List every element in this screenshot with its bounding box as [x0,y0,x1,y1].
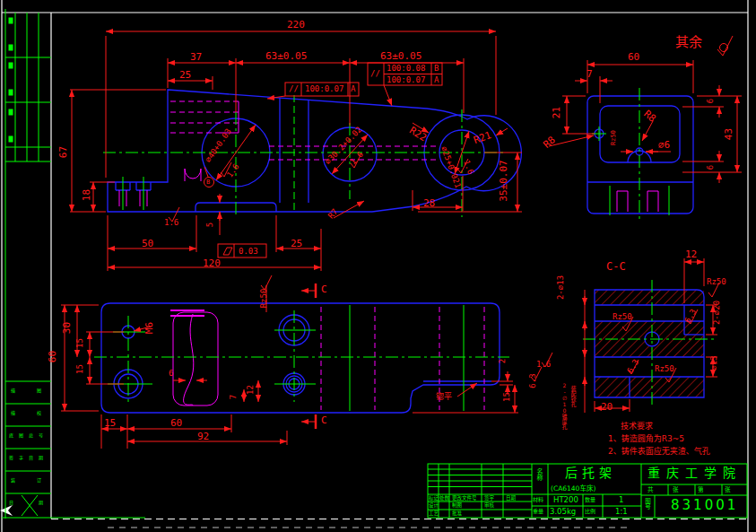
dim-12-section: 12 [685,249,697,259]
margin-row-5: 装订 [11,478,63,483]
margin-row-3: 底图总号 [9,433,48,438]
dim-dia13: ∅13 [710,355,718,370]
sign-label-process: 工艺 [429,511,439,517]
label-scale: 比例 [585,509,595,514]
dim-2: 2 [499,359,507,363]
side-view-hidden [617,191,658,212]
label-sheet-unit: 张 [673,487,679,493]
margin-row-2: 描校 [11,411,63,415]
rev-label-mark: 标记 [429,496,439,501]
margin-row-4: 签字日期 [9,456,48,460]
fcf2-value2: 100:0.07 [387,76,425,84]
taper-hole-note-1: 2-∅10锥度孔 [561,382,567,430]
section-title: C-C [606,261,626,272]
dim-6-plan: 6 [169,370,173,378]
label-drawing-number: 图号 [644,498,650,510]
rev-label-count: 处数 [439,496,449,501]
margin-row-1: 描图 [11,388,63,393]
front-view-dims [70,31,522,271]
rev-label-docno: 更改文件号 [452,496,477,501]
part-name: 后托架 [565,467,616,479]
tech-req-line1: 1、铸造圆角为R3~5 [608,435,684,443]
dim-35: 35±0.07 [499,160,508,201]
cad-drawing-viewport: 220 37 25 63±0.05 63±0.05 // 100:0.07 A … [0,0,756,532]
fcf2-datum2: A [434,76,439,84]
roughness-63-c: 6.3 [529,373,537,388]
flatness-value: 0.03 [239,248,258,256]
label-quantity: 数量 [585,497,595,502]
side-view-outline [587,96,693,214]
label-material: 材料 [533,497,543,502]
material-value: HT200 [553,496,578,504]
sign-label-check: 审核 [484,503,494,509]
dim-7-plan: 7 [230,395,238,399]
taper-hole-note-2: 装配铰孔 [570,386,576,407]
surface-note: 其余 [675,36,702,49]
dim-37: 37 [190,52,202,62]
part-model: (CA6140车床) [551,485,595,493]
dim-43: 43 [724,128,734,140]
roughness-16-section: 1.6 [536,361,551,369]
front-view-outline [108,90,521,212]
dim-15-a: 15 [76,338,84,348]
dim-67: 67 [58,146,68,158]
front-view-hidden [119,101,438,206]
dim-60-plan: 60 [48,351,57,362]
dim-dia6: ∅6 [658,140,670,150]
dim-28: 28 [423,198,435,208]
dim-25-bottom: 25 [291,239,302,249]
margin-tables [2,9,145,519]
fcf2-value1: 100:0.08 [387,65,425,73]
fcf-parallel-icon: // [289,85,299,93]
dim-2xdia13: 2-∅13 [557,275,565,300]
roughness-rz50-side: Rz50 [611,130,617,145]
dim-15-d: 15 [503,392,511,402]
dim-6-top: 6 [707,99,715,103]
dim-12-plan: 12 [247,385,255,395]
dim-50: 50 [142,239,153,249]
weight-value: 3.05kg [550,508,576,516]
fcf1-datum: A [351,85,355,93]
section-mark-c-top: C [321,284,327,294]
datum-b-label: B [206,179,210,186]
fcf2-parallel-icon: // [370,70,380,78]
rev-label-date: 日期 [506,496,516,501]
spotface-note: 锪平 [436,393,452,401]
dim-60-side: 60 [628,52,639,62]
dim-21: 21 [552,107,561,118]
roughness-rz50-3: Rz50 [655,365,674,373]
label-page: 第 [698,487,704,493]
label-page-unit: 张 [725,487,731,493]
dim-2xdia20: 2-∅20 [713,301,721,325]
drawing-number: 831001 [671,499,738,512]
label-sheets-total: 共 [647,487,654,493]
margin-row-6: 日期 [9,501,68,505]
sign-label-approve: 批准 [452,511,462,517]
roughness-rz50-plan: Rz50 [260,289,268,309]
fcf2-datum1: B [434,65,439,73]
dim-220: 220 [287,20,305,30]
dim-25-top: 25 [179,70,191,80]
sign-label-design: 设计 [429,503,439,509]
dim-20: 20 [601,402,613,412]
dim-63-right: 63±0.05 [380,51,421,61]
dim-60-b: 60 [170,418,182,428]
section-mark-c-bottom: C [321,415,327,425]
dim-7-side: 7 [587,69,593,79]
dim-6-bottom: 6 [707,165,715,170]
dim-15-c: 15 [104,418,116,428]
tech-req-title: 技术要求 [621,423,653,431]
rev-label-sign: 签字 [484,496,494,501]
dim-5: 5 [206,222,214,227]
quantity-value: 1 [619,496,623,504]
sign-label-draft: 制图 [452,503,462,509]
label-name: 名称 [535,468,542,481]
tech-req-line2: 2、铸件表面应无夹渣、气孔 [608,448,710,456]
organization-name: 重庆工学院 [647,467,742,479]
roughness-rz50-1: Rz50 [707,278,726,286]
label-weight: 重量 [533,509,543,514]
dim-18: 18 [82,189,91,201]
dim-15-b: 15 [76,364,84,374]
dim-120: 120 [203,258,221,268]
scale-value: 1:1 [615,508,628,516]
